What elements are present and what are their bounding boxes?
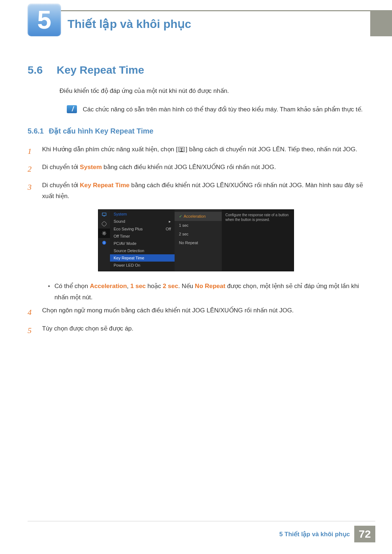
section-heading: 5.6 Key Repeat Time xyxy=(28,64,364,76)
step-text: Di chuyển tới xyxy=(42,182,80,189)
note-row: Các chức năng có sẵn trên màn hình có th… xyxy=(67,104,364,114)
monitor-icon xyxy=(98,210,110,219)
subsection-heading: 5.6.1 Đặt cấu hình Key Repeat Time xyxy=(28,127,364,135)
osd-row-eco: Eco Saving PlusOff xyxy=(110,225,175,233)
text: , xyxy=(127,283,130,290)
step-text: Di chuyển tới xyxy=(42,164,80,171)
highlight-norepeat: No Repeat xyxy=(195,283,225,290)
svg-rect-0 xyxy=(102,213,106,216)
highlight-keyrepeat: Key Repeat Time xyxy=(80,182,130,189)
note-icon xyxy=(67,105,77,113)
osd-panel: i System Sound▸ Eco Saving PlusOff Off T… xyxy=(98,209,294,271)
section-intro-text: Điều khiển tốc độ đáp ứng của một nút kh… xyxy=(60,86,364,96)
osd-value: Off xyxy=(166,227,171,231)
osd-row-offtimer: Off Timer xyxy=(110,233,175,240)
osd-sub-1sec: 1 sec xyxy=(175,221,222,230)
step-body: Chọn ngôn ngữ mong muốn bằng cách điều k… xyxy=(42,305,364,320)
step-body: Di chuyển tới Key Repeat Time bằng cách … xyxy=(42,180,364,202)
step-3: 3 Di chuyển tới Key Repeat Time bằng các… xyxy=(28,180,364,202)
footer-divider xyxy=(28,521,375,521)
osd-label: Eco Saving Plus xyxy=(114,227,143,231)
gear-icon xyxy=(98,229,110,238)
subsection-number: 5.6.1 xyxy=(28,127,44,135)
bullet-icon: • xyxy=(48,281,54,303)
step-text: bằng cách điều khiển nút JOG LÊN/XUỐNG r… xyxy=(102,164,276,171)
osd-row-pcav: PC/AV Mode xyxy=(110,240,175,247)
highlight-2sec: 2 sec xyxy=(163,283,178,290)
page-footer: 5 Thiết lập và khôi phục 72 xyxy=(279,526,375,542)
page-number: 72 xyxy=(354,526,375,542)
footer-chapter-label: 5 Thiết lập và khôi phục xyxy=(279,530,350,538)
step-1: 1 Khi Hướng dẫn phím chức năng xuất hiện… xyxy=(28,144,364,159)
chapter-title-zone: Thiết lập và khôi phục xyxy=(61,10,370,36)
osd-label: Key Repeat Time xyxy=(114,256,144,260)
text: hoặc xyxy=(146,283,163,290)
step-number: 4 xyxy=(28,305,42,320)
step-number: 3 xyxy=(28,180,42,202)
osd-row-powerled: Power LED On xyxy=(110,262,175,269)
info-icon: i xyxy=(98,238,110,247)
highlight-system: System xyxy=(80,164,102,171)
page-header: 5 Thiết lập và khôi phục xyxy=(0,10,392,36)
step-4: 4 Chọn ngôn ngữ mong muốn bằng cách điều… xyxy=(28,305,364,320)
header-accent-block xyxy=(370,10,392,36)
menu-icon xyxy=(178,147,185,152)
section-title: Key Repeat Time xyxy=(57,64,144,76)
osd-sub-acceleration: Acceleration xyxy=(175,212,222,221)
osd-description: Configure the response rate of a button … xyxy=(222,210,294,271)
svg-text:i: i xyxy=(104,241,105,245)
subsection-title: Đặt cấu hình Key Repeat Time xyxy=(49,127,153,135)
picture-icon xyxy=(98,219,110,229)
osd-sub-2sec: 2 sec xyxy=(175,230,222,238)
step-number: 1 xyxy=(28,144,42,159)
svg-point-3 xyxy=(103,233,105,234)
step-number: 2 xyxy=(28,162,42,176)
highlight-1sec: 1 sec xyxy=(130,283,146,290)
step-text: Khi Hướng dẫn phím chức năng xuất hiện, … xyxy=(42,146,177,153)
osd-label: Off Timer xyxy=(114,234,130,238)
osd-main-menu: System Sound▸ Eco Saving PlusOff Off Tim… xyxy=(110,210,175,271)
osd-screenshot: i System Sound▸ Eco Saving PlusOff Off T… xyxy=(28,209,364,271)
osd-row-sound: Sound▸ xyxy=(110,218,175,225)
chevron-right-icon: ▸ xyxy=(169,219,171,224)
option-bullet: • Có thể chọn Acceleration, 1 sec hoặc 2… xyxy=(48,281,364,303)
text: Có thể chọn xyxy=(54,283,90,290)
osd-menu-title: System xyxy=(110,212,175,218)
note-text: Các chức năng có sẵn trên màn hình có th… xyxy=(83,104,363,114)
osd-label: Source Detection xyxy=(114,249,144,253)
step-body: Khi Hướng dẫn phím chức năng xuất hiện, … xyxy=(42,144,364,159)
osd-sidebar-icons: i xyxy=(98,210,110,271)
chapter-number-badge: 5 xyxy=(28,4,61,36)
svg-rect-2 xyxy=(102,221,107,226)
osd-row-keyrepeat: Key Repeat Time xyxy=(110,254,175,262)
bullet-text: Có thể chọn Acceleration, 1 sec hoặc 2 s… xyxy=(54,281,364,303)
osd-row-source: Source Detection xyxy=(110,247,175,254)
osd-sub-norepeat: No Repeat xyxy=(175,238,222,247)
osd-submenu: Acceleration 1 sec 2 sec No Repeat xyxy=(175,210,222,271)
page-content: 5.6 Key Repeat Time Điều khiển tốc độ đá… xyxy=(28,64,364,341)
osd-label: Sound xyxy=(114,219,125,224)
step-5: 5 Tùy chọn được chọn sẽ được áp. xyxy=(28,323,364,338)
chapter-title: Thiết lập và khôi phục xyxy=(68,17,191,31)
step-body: Tùy chọn được chọn sẽ được áp. xyxy=(42,323,364,338)
highlight-acceleration: Acceleration xyxy=(90,283,127,290)
text: . Nếu xyxy=(178,283,195,290)
step-2: 2 Di chuyển tới System bằng cách điều kh… xyxy=(28,162,364,176)
step-text: ] bằng cách di chuyển nút JOG LÊN. Tiếp … xyxy=(185,146,357,153)
step-body: Di chuyển tới System bằng cách điều khiể… xyxy=(42,162,364,176)
osd-label: PC/AV Mode xyxy=(114,241,136,246)
section-number: 5.6 xyxy=(28,64,57,76)
osd-label: Power LED On xyxy=(114,263,140,267)
step-number: 5 xyxy=(28,323,42,338)
